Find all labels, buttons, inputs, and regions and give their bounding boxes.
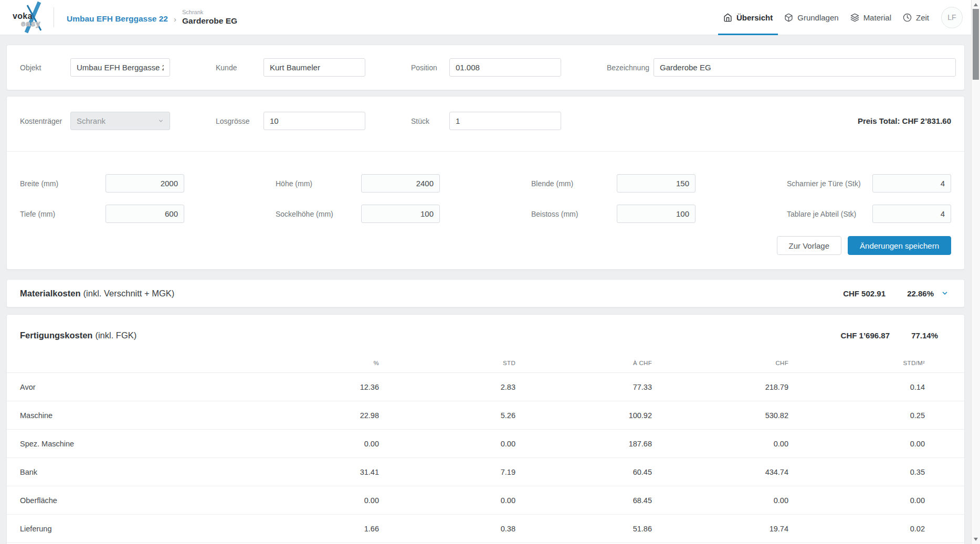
cell-std-m2: 0.35 bbox=[788, 468, 925, 476]
user-avatar[interactable]: LF bbox=[941, 7, 963, 28]
row-label: Bank bbox=[20, 468, 243, 476]
tablare-field-group: Tablare je Abteil (Stk) bbox=[787, 205, 951, 223]
cell-a-chf: 77.33 bbox=[515, 383, 652, 391]
sockelhoehe-label: Sockelhöhe (mm) bbox=[276, 210, 333, 218]
hoehe-label: Höhe (mm) bbox=[276, 179, 312, 188]
config-row: Kostenträger Schrank Losgrösse Stück Pre… bbox=[20, 112, 956, 130]
tiefe-input[interactable] bbox=[106, 205, 184, 223]
cell-chf: 0.00 bbox=[652, 496, 788, 505]
materialkosten-amount: CHF 502.91 bbox=[843, 289, 886, 298]
cell-chf: 218.79 bbox=[652, 383, 788, 391]
fertigungskosten-title: Fertigungskosten bbox=[20, 330, 92, 340]
cell-chf: 530.82 bbox=[652, 411, 788, 420]
breite-field-group: Breite (mm) bbox=[20, 174, 184, 193]
kunde-input[interactable] bbox=[264, 58, 365, 77]
fertigungskosten-card: Fertigungskosten (inkl. FGK) CHF 1’696.8… bbox=[6, 314, 965, 544]
stueck-input[interactable] bbox=[449, 112, 561, 130]
tiefe-label: Tiefe (mm) bbox=[20, 210, 55, 218]
nav-tab-zeit[interactable]: Zeit bbox=[897, 0, 935, 35]
zur-vorlage-button[interactable]: Zur Vorlage bbox=[777, 236, 842, 255]
nav-tab-uebersicht[interactable]: Übersicht bbox=[718, 0, 778, 35]
breadcrumb-project-link[interactable]: Umbau EFH Berggasse 22 bbox=[67, 14, 168, 26]
nav-tab-material[interactable]: Material bbox=[845, 0, 897, 35]
objekt-input[interactable] bbox=[70, 58, 170, 77]
cell-a-chf: 51.86 bbox=[515, 525, 652, 533]
beistoss-label: Beistoss (mm) bbox=[531, 210, 578, 218]
cell-std: 7.19 bbox=[379, 468, 515, 476]
preis-total: Preis Total: CHF 2’831.60 bbox=[858, 116, 956, 125]
table-row-oberflaeche: Oberfläche 0.00 0.00 68.45 0.00 0.00 bbox=[7, 486, 964, 515]
nav-tab-label: Zeit bbox=[916, 13, 929, 22]
hoehe-field-group: Höhe (mm) bbox=[276, 174, 440, 193]
home-icon bbox=[723, 13, 732, 22]
row-label: Lieferung bbox=[20, 525, 243, 533]
kostentraeger-select[interactable]: Schrank bbox=[70, 112, 170, 130]
cell-chf: 0.00 bbox=[652, 440, 788, 448]
cell-a-chf: 100.92 bbox=[515, 411, 652, 420]
cost-table-header: % STD À CHF CHF STD/M² bbox=[7, 356, 964, 373]
sockelhoehe-input[interactable] bbox=[361, 205, 440, 223]
row-label: Oberfläche bbox=[20, 496, 243, 505]
app-logo[interactable]: voka easy bbox=[7, 1, 48, 34]
cell-std-m2: 0.02 bbox=[788, 525, 925, 533]
cell-percent: 12.36 bbox=[243, 383, 379, 391]
materialkosten-header[interactable]: Materialkosten (inkl. Verschnitt + MGK) … bbox=[6, 279, 965, 307]
scroll-up-arrow-icon[interactable] bbox=[974, 3, 978, 6]
sockelhoehe-field-group: Sockelhöhe (mm) bbox=[276, 205, 440, 223]
nav-tab-label: Übersicht bbox=[736, 13, 773, 22]
beistoss-field-group: Beistoss (mm) bbox=[531, 205, 696, 223]
kostentraeger-field-group: Kostenträger Schrank bbox=[20, 112, 170, 130]
fertigungskosten-header: Fertigungskosten (inkl. FGK) CHF 1’696.8… bbox=[7, 315, 964, 356]
cell-percent: 0.00 bbox=[243, 440, 379, 448]
col-header-std-m2: STD/M² bbox=[788, 360, 925, 366]
blende-input[interactable] bbox=[617, 174, 696, 193]
cube-icon bbox=[784, 13, 793, 22]
kunde-label: Kunde bbox=[216, 63, 264, 72]
cell-chf: 434.74 bbox=[652, 468, 788, 476]
cell-std: 0.38 bbox=[379, 525, 515, 533]
position-label: Position bbox=[411, 63, 449, 72]
materialkosten-percent: 22.86% bbox=[902, 289, 934, 298]
cell-std-m2: 0.25 bbox=[788, 411, 925, 420]
materialkosten-expand-chevron-icon[interactable] bbox=[941, 290, 949, 297]
hoehe-input[interactable] bbox=[361, 174, 440, 193]
breite-label: Breite (mm) bbox=[20, 179, 58, 188]
table-row-spez-maschine: Spez. Maschine 0.00 0.00 187.68 0.00 0.0… bbox=[7, 430, 964, 458]
tablare-label: Tablare je Abteil (Stk) bbox=[787, 210, 856, 218]
losgroesse-label: Losgrösse bbox=[216, 117, 264, 125]
col-header-a-chf: À CHF bbox=[515, 360, 652, 366]
row-label: Spez. Maschine bbox=[20, 440, 243, 448]
table-row-avor: Avor 12.36 2.83 77.33 218.79 0.14 bbox=[7, 373, 964, 401]
col-header-chf: CHF bbox=[652, 360, 788, 366]
row-label: Maschine bbox=[20, 411, 243, 420]
layers-icon bbox=[850, 13, 859, 22]
logo-text-line2: easy bbox=[21, 19, 40, 28]
objekt-field-group: Objekt bbox=[20, 58, 170, 77]
breite-input[interactable] bbox=[106, 174, 184, 193]
bezeichnung-input[interactable] bbox=[654, 58, 956, 77]
tablare-input[interactable] bbox=[872, 205, 951, 223]
losgroesse-field-group: Losgrösse bbox=[216, 112, 365, 130]
scrollbar[interactable] bbox=[971, 0, 980, 544]
cell-percent: 22.98 bbox=[243, 411, 379, 420]
scroll-down-arrow-icon[interactable] bbox=[974, 538, 978, 541]
cell-std-m2: 0.00 bbox=[788, 440, 925, 448]
cell-std-m2: 0.14 bbox=[788, 383, 925, 391]
bezeichnung-field-group: Bezeichnung bbox=[607, 58, 956, 77]
dimensions-row-2: Tiefe (mm) Sockelhöhe (mm) Beistoss (mm)… bbox=[20, 205, 956, 223]
scharnier-field-group: Scharnier je Türe (Stk) bbox=[787, 174, 951, 193]
nav-tab-grundlagen[interactable]: Grundlagen bbox=[778, 0, 844, 35]
scrollbar-thumb[interactable] bbox=[973, 9, 979, 80]
fertigungskosten-percent: 77.14% bbox=[907, 331, 938, 340]
position-input[interactable] bbox=[449, 58, 561, 77]
materialkosten-summary: CHF 502.91 22.86% bbox=[843, 289, 949, 298]
aenderungen-speichern-button[interactable]: Änderungen speichern bbox=[848, 236, 951, 255]
objekt-label: Objekt bbox=[20, 63, 70, 72]
fertigungskosten-summary: CHF 1’696.87 77.14% bbox=[841, 331, 938, 340]
beistoss-input[interactable] bbox=[617, 205, 696, 223]
action-buttons-row: Zur Vorlage Änderungen speichern bbox=[20, 236, 956, 255]
col-header-std: STD bbox=[379, 360, 515, 366]
losgroesse-input[interactable] bbox=[264, 112, 365, 130]
clock-icon bbox=[903, 13, 912, 22]
scharnier-input[interactable] bbox=[872, 174, 951, 193]
